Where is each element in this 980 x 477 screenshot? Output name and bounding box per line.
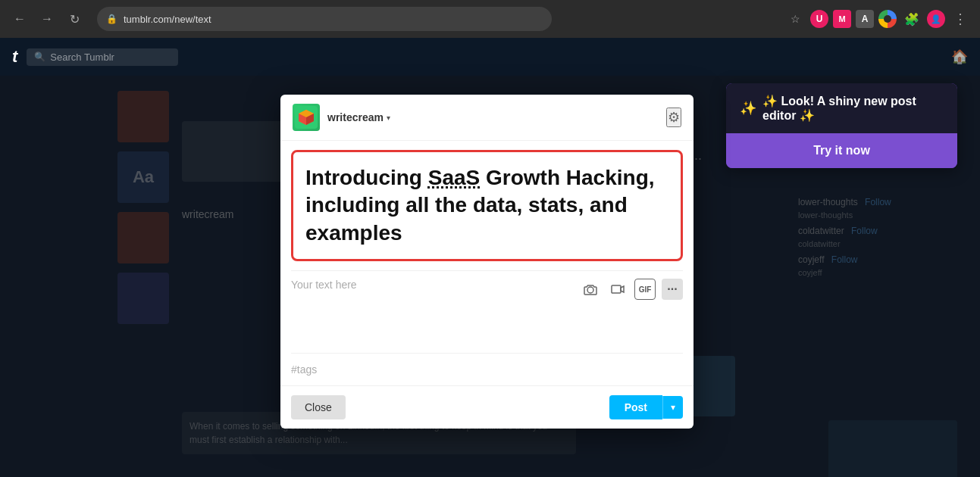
bookmark-button[interactable]: ☆ [784, 8, 806, 30]
tags-area: #tags [291, 353, 683, 385]
body-text-area[interactable] [291, 307, 683, 353]
svg-marker-7 [621, 286, 624, 292]
tumblr-logo: t [12, 47, 17, 67]
blog-avatar-icon [293, 104, 320, 131]
tags-input-placeholder[interactable]: #tags [291, 363, 317, 376]
post-title-box[interactable]: Introducing SaaS Growth Hacking, includi… [291, 150, 683, 261]
blog-name-label: writecream [327, 111, 384, 123]
ublock-icon: U [810, 10, 828, 28]
gmail-icon: M [833, 10, 851, 28]
url-text: tumblr.com/new/text [124, 14, 543, 25]
refresh-button[interactable]: ↻ [64, 8, 85, 30]
back-button[interactable]: ← [9, 8, 30, 30]
cube-svg [295, 106, 318, 129]
address-bar[interactable]: 🔒 tumblr.com/new/text [97, 7, 552, 31]
profile-avatar: 👤 [927, 10, 945, 28]
gif-icon-button[interactable]: GIF [634, 279, 656, 300]
modal-header: writecream ▾ ⚙ [280, 95, 694, 141]
chrome-menu-button[interactable]: ⋮ [950, 8, 971, 30]
body-toolbar-icons: GIF ··· [580, 279, 683, 300]
svg-point-5 [587, 287, 593, 293]
forward-button[interactable]: → [36, 8, 58, 30]
video-svg [610, 282, 625, 297]
home-icon[interactable]: 🏠 [951, 48, 968, 65]
svg-rect-6 [612, 285, 621, 293]
post-settings-button[interactable]: ⚙ [666, 108, 681, 127]
tumblr-search-bar[interactable]: 🔍 Search Tumblr [27, 48, 178, 66]
chrome-icon [878, 10, 897, 28]
lock-icon: 🔒 [106, 14, 117, 24]
try-it-now-button[interactable]: Try it now [726, 133, 957, 168]
post-title-text: Introducing SaaS Growth Hacking, includi… [305, 164, 668, 247]
blog-selector[interactable]: writecream ▾ [293, 104, 390, 131]
browser-icon-group: ☆ U M A 🧩 👤 ⋮ [784, 8, 971, 30]
video-icon-button[interactable] [607, 279, 628, 300]
tumblr-navbar: t 🔍 Search Tumblr 🏠 [0, 38, 980, 76]
post-button[interactable]: Post [609, 395, 662, 419]
blog-dropdown-chevron: ▾ [387, 114, 390, 122]
camera-svg [583, 282, 598, 297]
promo-banner: ✨ ✨ Look! A shiny new post editor ✨ Try … [726, 83, 957, 168]
body-placeholder-text[interactable]: Your text here [291, 279, 357, 291]
post-button-group: Post ▾ [609, 395, 683, 419]
search-placeholder-text: Search Tumblr [50, 51, 114, 63]
close-button[interactable]: Close [291, 395, 346, 419]
saas-text: SaaS [428, 166, 481, 189]
post-editor-modal: writecream ▾ ⚙ Introducing SaaS Growth H… [280, 95, 694, 429]
page-background: t 🔍 Search Tumblr 🏠 Aa writecream Check … [0, 38, 980, 477]
extension-a-icon: A [856, 10, 874, 28]
post-dropdown-chevron[interactable]: ▾ [662, 396, 683, 419]
promo-title-text: ✨ Look! A shiny new post editor ✨ [762, 94, 944, 123]
promo-star-left: ✨ [740, 100, 756, 117]
modal-footer: Close Post ▾ [280, 385, 694, 429]
search-icon: 🔍 [34, 51, 45, 62]
camera-icon-button[interactable] [580, 279, 601, 300]
browser-chrome: ← → ↻ 🔒 tumblr.com/new/text ☆ U M A 🧩 👤 … [0, 0, 980, 38]
post-body-area: Your text here GIF ··· [291, 270, 683, 307]
extensions-button[interactable]: 🧩 [901, 8, 922, 30]
blog-name-row: writecream ▾ [327, 111, 390, 123]
promo-top-section: ✨ ✨ Look! A shiny new post editor ✨ [726, 83, 957, 133]
more-icon-button[interactable]: ··· [662, 279, 683, 300]
